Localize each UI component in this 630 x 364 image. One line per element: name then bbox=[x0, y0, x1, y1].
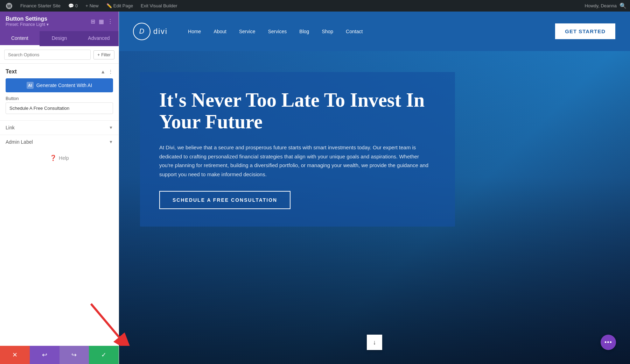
nav-contact[interactable]: Contact bbox=[340, 12, 369, 51]
columns-icon[interactable]: ▦ bbox=[99, 18, 104, 25]
wordpress-icon: W bbox=[6, 2, 13, 9]
floating-menu-icon: ••• bbox=[604, 339, 612, 346]
redo-icon: ↪ bbox=[71, 351, 77, 359]
hero-content: It's Never Too Late To Invest In Your Fu… bbox=[140, 72, 455, 227]
save-button[interactable]: ✓ bbox=[89, 346, 119, 364]
hero-cta-button[interactable]: SCHEDULE A FREE CONSULTATION bbox=[159, 191, 290, 209]
site-name-item[interactable]: Finance Starter Site bbox=[18, 0, 63, 12]
get-started-button[interactable]: GET STARTED bbox=[554, 23, 616, 40]
help-icon: ❓ bbox=[50, 155, 57, 161]
admin-bar: W Finance Starter Site 💬 0 + New ✏️ Edit… bbox=[0, 0, 630, 12]
ai-icon: AI bbox=[27, 82, 34, 89]
button-field-group: Button bbox=[6, 96, 113, 114]
sidebar: Button Settings Preset: Finance Light ▾ … bbox=[0, 12, 119, 364]
link-section-title: Link bbox=[6, 125, 15, 130]
nav-shop[interactable]: Shop bbox=[315, 12, 340, 51]
nav-about[interactable]: About bbox=[207, 12, 233, 51]
sidebar-header: Button Settings Preset: Finance Light ▾ … bbox=[0, 12, 119, 31]
scroll-down-icon: ↓ bbox=[373, 339, 376, 346]
button-text-input[interactable] bbox=[6, 102, 113, 114]
tab-content[interactable]: Content bbox=[0, 31, 40, 46]
link-section: Link ▼ bbox=[0, 120, 119, 135]
logo-circle: D bbox=[133, 23, 150, 40]
sidebar-bottom-bar: ✕ ↩ ↪ ✓ bbox=[0, 346, 119, 364]
logo-text: divi bbox=[153, 27, 168, 36]
search-icon[interactable]: 🔍 bbox=[620, 2, 626, 9]
new-label: New bbox=[90, 3, 99, 8]
hero-section: It's Never Too Late To Invest In Your Fu… bbox=[119, 51, 630, 364]
comments-count: 0 bbox=[75, 3, 78, 8]
svg-line-3 bbox=[91, 304, 119, 337]
site-name-label: Finance Starter Site bbox=[20, 3, 61, 8]
filter-plus-icon: + bbox=[97, 52, 100, 57]
cancel-button[interactable]: ✕ bbox=[0, 346, 30, 364]
exit-label: Exit Visual Builder bbox=[141, 3, 177, 8]
edit-icon: ✏️ bbox=[106, 3, 112, 8]
hero-subtitle: At Divi, we believe that a secure and pr… bbox=[159, 143, 432, 179]
site-logo: D divi bbox=[133, 23, 168, 40]
svg-text:W: W bbox=[7, 4, 11, 9]
nav-services[interactable]: Services bbox=[262, 12, 293, 51]
admin-label-chevron-icon: ▼ bbox=[109, 140, 113, 144]
nav-service[interactable]: Service bbox=[233, 12, 262, 51]
text-section: Text ▲ ⋮ AI Generate Content With AI But… bbox=[0, 64, 119, 120]
hero-title: It's Never Too Late To Invest In Your Fu… bbox=[159, 90, 436, 133]
filter-label: Filter bbox=[101, 52, 111, 57]
comment-icon: 💬 bbox=[68, 3, 74, 8]
main-layout: Button Settings Preset: Finance Light ▾ … bbox=[0, 12, 630, 364]
sidebar-tabs: Content Design Advanced bbox=[0, 31, 119, 46]
nav-home[interactable]: Home bbox=[182, 12, 207, 51]
link-chevron-icon: ▼ bbox=[109, 125, 113, 130]
text-section-header[interactable]: Text ▲ ⋮ bbox=[6, 69, 113, 75]
site-menu: Home About Service Services Blog Shop bbox=[182, 12, 554, 51]
comments-item[interactable]: 💬 0 bbox=[66, 0, 80, 12]
ai-button-label: Generate Content With AI bbox=[36, 83, 92, 88]
button-field-label: Button bbox=[6, 96, 113, 101]
admin-bar-right: Howdy, Deanna 🔍 bbox=[584, 2, 626, 9]
hero-cta-label: SCHEDULE A FREE CONSULTATION bbox=[173, 197, 277, 203]
generate-ai-button[interactable]: AI Generate Content With AI bbox=[6, 78, 113, 92]
scroll-down-button[interactable]: ↓ bbox=[367, 335, 382, 350]
tab-advanced[interactable]: Advanced bbox=[79, 31, 119, 46]
cancel-icon: ✕ bbox=[12, 351, 18, 359]
text-section-title: Text bbox=[6, 69, 17, 75]
sidebar-title: Button Settings bbox=[6, 16, 49, 22]
section-more-icon[interactable]: ⋮ bbox=[108, 69, 113, 74]
text-section-icons: ▲ ⋮ bbox=[100, 69, 113, 74]
admin-bar-left: W Finance Starter Site 💬 0 + New ✏️ Edit… bbox=[4, 0, 580, 12]
hero-card: It's Never Too Late To Invest In Your Fu… bbox=[140, 72, 455, 227]
search-input[interactable] bbox=[4, 50, 91, 60]
undo-button[interactable]: ↩ bbox=[30, 346, 59, 364]
help-label: Help bbox=[59, 155, 69, 161]
get-started-label: GET STARTED bbox=[565, 28, 606, 34]
exit-builder-item[interactable]: Exit Visual Builder bbox=[139, 0, 180, 12]
sidebar-preset[interactable]: Preset: Finance Light ▾ bbox=[6, 22, 49, 27]
sidebar-header-icons: ⊞ ▦ ⋮ bbox=[91, 18, 113, 25]
help-row[interactable]: ❓ Help bbox=[0, 149, 119, 167]
logo-letter: D bbox=[139, 27, 144, 35]
admin-label-header[interactable]: Admin Label ▼ bbox=[6, 139, 113, 145]
responsive-icon[interactable]: ⊞ bbox=[91, 18, 95, 25]
link-section-header[interactable]: Link ▼ bbox=[6, 125, 113, 130]
filter-button[interactable]: + Filter bbox=[93, 50, 114, 59]
wp-logo-item[interactable]: W bbox=[4, 0, 15, 12]
edit-label: Edit Page bbox=[113, 3, 133, 8]
collapse-icon[interactable]: ▲ bbox=[100, 69, 105, 74]
tab-design[interactable]: Design bbox=[40, 31, 79, 46]
nav-blog[interactable]: Blog bbox=[293, 12, 315, 51]
undo-icon: ↩ bbox=[42, 351, 47, 359]
admin-label-section: Admin Label ▼ bbox=[0, 135, 119, 149]
new-icon: + bbox=[85, 3, 88, 8]
search-row: + Filter bbox=[0, 46, 119, 64]
new-item[interactable]: + New bbox=[83, 0, 101, 12]
sidebar-title-group: Button Settings Preset: Finance Light ▾ bbox=[6, 16, 49, 27]
floating-menu-button[interactable]: ••• bbox=[601, 335, 616, 350]
more-icon[interactable]: ⋮ bbox=[107, 18, 113, 25]
admin-label-title: Admin Label bbox=[6, 139, 33, 145]
redo-button[interactable]: ↪ bbox=[59, 346, 89, 364]
edit-page-item[interactable]: ✏️ Edit Page bbox=[104, 0, 135, 12]
preview-area: D divi Home About Service Services Blo bbox=[119, 12, 630, 364]
site-nav: D divi Home About Service Services Blo bbox=[119, 12, 630, 51]
save-icon: ✓ bbox=[101, 351, 106, 359]
howdy-label: Howdy, Deanna bbox=[584, 3, 617, 8]
